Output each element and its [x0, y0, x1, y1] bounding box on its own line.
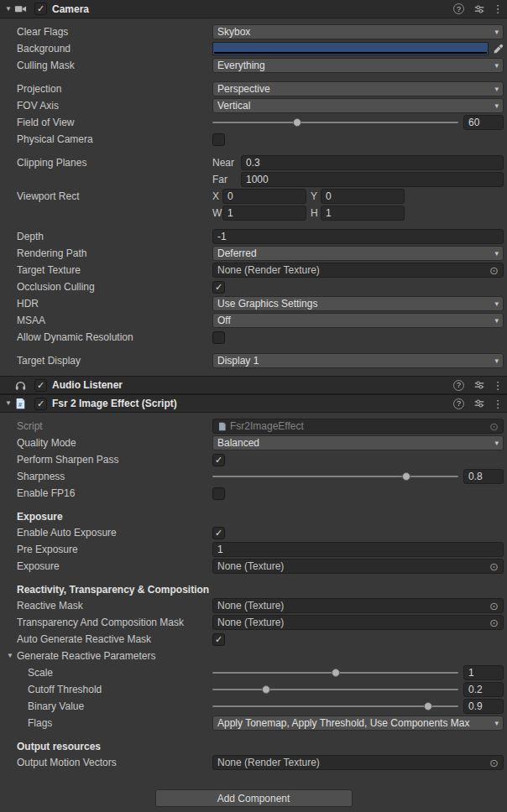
cutoff-threshold-value: 0.2: [468, 684, 483, 695]
hdr-dropdown[interactable]: Use Graphics Settings ▾: [212, 296, 504, 311]
slider-handle[interactable]: [262, 685, 270, 694]
perform-sharpen-pass-checkbox[interactable]: ✓: [212, 454, 225, 466]
fsr2-enabled-checkbox[interactable]: ✓: [34, 398, 47, 410]
flags-dropdown[interactable]: Apply Tonemap, Apply Threshold, Use Comp…: [212, 716, 504, 731]
foldout-open-icon[interactable]: ▼: [3, 400, 13, 407]
object-picker-icon[interactable]: ⊙: [489, 601, 499, 612]
scale-input[interactable]: 1: [463, 665, 504, 680]
background-color-field[interactable]: [212, 42, 504, 55]
sharpness-slider[interactable]: [212, 469, 458, 484]
viewport-w-input[interactable]: 1: [222, 206, 306, 221]
far-input[interactable]: 1000: [241, 172, 504, 187]
transparency-mask-object-field[interactable]: None (Texture) ⊙: [212, 615, 504, 630]
generate-reactive-parameters-row: ▼ Generate Reactive Parameters: [0, 648, 507, 664]
physical-camera-checkbox[interactable]: [212, 133, 225, 146]
near-input[interactable]: 0.3: [241, 155, 504, 170]
target-display-dropdown[interactable]: Display 1 ▾: [212, 353, 504, 368]
slider-handle[interactable]: [424, 702, 432, 710]
culling-mask-row: Culling Mask Everything ▾: [0, 57, 507, 74]
cutoff-threshold-slider[interactable]: [212, 682, 458, 697]
target-texture-object-field[interactable]: None (Render Texture) ⊙: [212, 263, 504, 278]
occlusion-culling-label: Occlusion Culling: [17, 281, 212, 293]
eyedropper-icon[interactable]: [489, 44, 504, 55]
fsr2-title: Fsr 2 Image Effect (Script): [52, 398, 177, 409]
projection-dropdown[interactable]: Perspective ▾: [212, 81, 504, 96]
check-icon: ✓: [215, 283, 222, 292]
presets-icon[interactable]: [473, 3, 485, 15]
binary-value-slider[interactable]: [212, 699, 458, 714]
pre-exposure-row: Pre Exposure 1: [0, 541, 507, 558]
quality-mode-value: Balanced: [217, 437, 491, 449]
sharpness-value: 0.8: [468, 471, 483, 482]
rendering-path-dropdown[interactable]: Deferred ▾: [212, 246, 504, 261]
enable-fp16-checkbox[interactable]: [212, 487, 225, 500]
slider-handle[interactable]: [293, 118, 301, 127]
clear-flags-dropdown[interactable]: Skybox ▾: [212, 24, 504, 39]
kebab-menu-icon[interactable]: ⋮: [494, 398, 501, 409]
field-of-view-label: Field of View: [17, 117, 212, 128]
reactive-mask-value: None (Texture): [217, 600, 486, 612]
enable-auto-exposure-checkbox[interactable]: ✓: [212, 527, 225, 539]
field-of-view-input[interactable]: 60: [463, 115, 504, 130]
sharpness-input[interactable]: 0.8: [463, 469, 504, 484]
output-motion-vectors-row: Output Motion Vectors None (Render Textu…: [0, 754, 507, 771]
kebab-menu-icon[interactable]: ⋮: [494, 380, 501, 391]
check-icon: ✓: [37, 4, 44, 13]
pre-exposure-input[interactable]: 1: [212, 542, 504, 557]
output-motion-vectors-object-field[interactable]: None (Render Texture) ⊙: [212, 755, 504, 770]
object-picker-icon[interactable]: ⊙: [489, 757, 499, 768]
quality-mode-dropdown[interactable]: Balanced ▾: [212, 435, 504, 450]
object-picker-icon[interactable]: ⊙: [489, 561, 499, 572]
scale-slider[interactable]: [212, 665, 458, 680]
slider-track[interactable]: [212, 122, 458, 123]
presets-icon[interactable]: [473, 398, 485, 409]
allow-dynamic-resolution-checkbox[interactable]: [212, 331, 225, 344]
background-row: Background: [0, 40, 507, 57]
add-component-button[interactable]: Add Component: [155, 789, 353, 807]
kebab-menu-icon[interactable]: ⋮: [494, 3, 501, 14]
slider-handle[interactable]: [402, 472, 410, 481]
viewport-h-input[interactable]: 1: [321, 206, 405, 221]
fov-axis-dropdown[interactable]: Vertical ▾: [212, 98, 504, 113]
exposure-object-field[interactable]: None (Texture) ⊙: [212, 559, 504, 574]
foldout-open-icon[interactable]: ▼: [3, 6, 13, 13]
viewport-x-input[interactable]: 0: [222, 189, 306, 204]
color-swatch[interactable]: [212, 42, 489, 55]
slider-handle[interactable]: [332, 669, 340, 677]
slider-track[interactable]: [212, 476, 458, 477]
help-icon[interactable]: ?: [453, 398, 464, 409]
reactive-mask-object-field[interactable]: None (Texture) ⊙: [212, 598, 504, 613]
occlusion-culling-checkbox[interactable]: ✓: [212, 281, 225, 294]
reactivity-section-header: Reactivity, Transparency & Composition: [0, 582, 507, 597]
auto-generate-reactive-mask-checkbox[interactable]: ✓: [212, 633, 225, 646]
clear-flags-value: Skybox: [217, 26, 491, 38]
foldout-open-icon[interactable]: ▼: [7, 653, 17, 659]
help-icon[interactable]: ?: [453, 380, 464, 391]
object-picker-icon[interactable]: ⊙: [489, 617, 499, 628]
viewport-y-input[interactable]: 0: [321, 189, 405, 204]
rendering-path-value: Deferred: [217, 247, 491, 259]
help-icon[interactable]: ?: [453, 3, 464, 14]
script-object-field[interactable]: Fsr2ImageEffect ⊙: [212, 419, 504, 434]
object-picker-icon[interactable]: ⊙: [489, 265, 499, 276]
slider-track[interactable]: [212, 705, 458, 707]
culling-mask-dropdown[interactable]: Everything ▾: [212, 58, 504, 73]
presets-icon[interactable]: [473, 379, 485, 391]
viewport-rect-label: Viewport Rect: [17, 190, 212, 202]
camera-enabled-checkbox[interactable]: ✓: [34, 3, 47, 15]
object-picker-icon[interactable]: ⊙: [489, 421, 499, 432]
flags-value: Apply Tonemap, Apply Threshold, Use Comp…: [217, 717, 491, 729]
y-label: Y: [311, 190, 321, 202]
group-gap: [0, 74, 507, 81]
binary-value-input[interactable]: 0.9: [463, 699, 504, 714]
audio-listener-enabled-checkbox[interactable]: ✓: [34, 379, 47, 392]
slider-track[interactable]: [212, 689, 458, 690]
check-icon: ✓: [215, 528, 222, 538]
field-of-view-slider[interactable]: [212, 115, 458, 130]
fov-axis-label: FOV Axis: [17, 100, 212, 112]
msaa-dropdown[interactable]: Off ▾: [212, 313, 504, 328]
cutoff-threshold-input[interactable]: 0.2: [463, 682, 504, 697]
generate-reactive-parameters-label[interactable]: Generate Reactive Parameters: [17, 650, 212, 662]
depth-input[interactable]: -1: [212, 229, 504, 244]
reactivity-section-title: Reactivity, Transparency & Composition: [17, 584, 209, 596]
